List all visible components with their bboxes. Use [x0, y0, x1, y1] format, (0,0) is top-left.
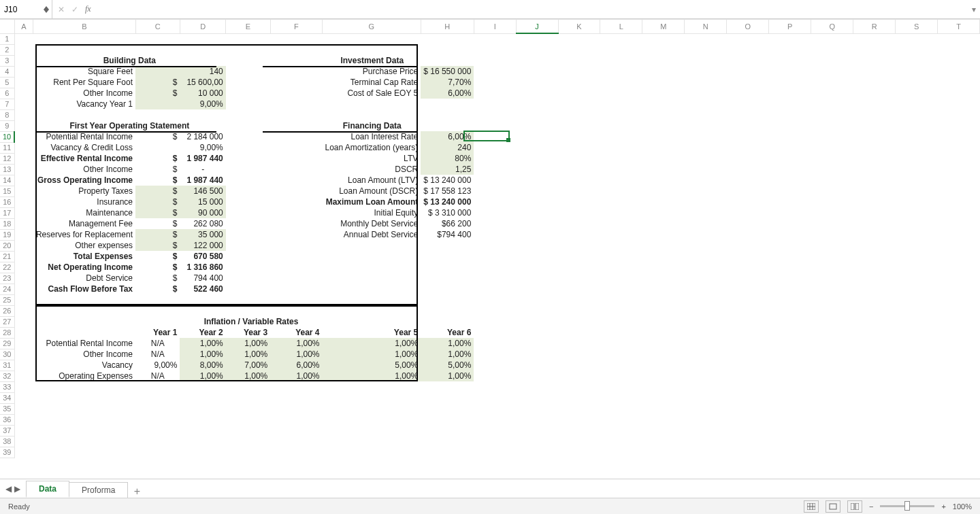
cell-T2[interactable] — [938, 44, 980, 55]
cell-T8[interactable] — [938, 109, 980, 120]
cell-M35[interactable] — [642, 403, 685, 414]
cell-Q11[interactable] — [811, 142, 853, 153]
cell-M19[interactable] — [642, 229, 685, 240]
cell-C36[interactable] — [135, 414, 180, 425]
cell-F20[interactable] — [270, 240, 322, 251]
cell-G11[interactable]: Loan Amortization (years) — [323, 142, 421, 153]
row-header-11[interactable]: 11 — [0, 142, 14, 153]
zoom-in-button[interactable]: + — [941, 502, 945, 511]
cell-L16[interactable] — [600, 196, 642, 207]
cell-D14[interactable]: 1 987 440 — [180, 175, 225, 186]
cell-E34[interactable] — [226, 392, 270, 403]
cell-H10[interactable]: 6,00% — [421, 131, 474, 142]
cell-G2[interactable] — [323, 44, 421, 55]
cell-O30[interactable] — [727, 349, 769, 360]
cell-J30[interactable] — [516, 349, 558, 360]
cell-K32[interactable] — [558, 371, 600, 381]
cell-O20[interactable] — [727, 240, 769, 251]
cell-N9[interactable] — [685, 120, 727, 131]
cell-C6[interactable]: $ — [135, 88, 180, 99]
cell-E31[interactable]: 7,00% — [226, 360, 270, 371]
cell-L12[interactable] — [600, 153, 642, 164]
cell-E10[interactable] — [226, 131, 270, 142]
cell-H31[interactable]: 5,00% — [421, 360, 474, 371]
cell-R33[interactable] — [853, 381, 896, 392]
cell-P17[interactable] — [769, 207, 811, 218]
cell-E4[interactable] — [226, 66, 270, 77]
cell-H4[interactable]: $ 16 550 000 — [421, 66, 474, 77]
cell-I27[interactable] — [474, 316, 516, 327]
cell-N21[interactable] — [685, 251, 727, 262]
cell-S2[interactable] — [896, 44, 938, 55]
cell-F32[interactable]: 1,00% — [270, 371, 322, 381]
cell-D13[interactable]: - — [180, 164, 225, 175]
col-header-Q[interactable]: Q — [811, 20, 853, 33]
cell-R18[interactable] — [853, 218, 896, 229]
cell-E26[interactable] — [226, 305, 270, 316]
cell-D29[interactable]: 1,00% — [180, 338, 225, 349]
cell-S29[interactable] — [896, 338, 938, 349]
cell-C10[interactable]: $ — [135, 131, 180, 142]
cell-A9[interactable] — [14, 120, 33, 131]
cell-Q25[interactable] — [811, 294, 853, 305]
cell-Q29[interactable] — [811, 338, 853, 349]
cell-O28[interactable] — [727, 327, 769, 338]
cell-R15[interactable] — [853, 186, 896, 196]
cell-I38[interactable] — [474, 436, 516, 447]
cell-N3[interactable] — [685, 55, 727, 66]
cell-C12[interactable]: $ — [135, 153, 180, 164]
col-header-O[interactable]: O — [727, 20, 769, 33]
cell-R8[interactable] — [853, 109, 896, 120]
cell-I15[interactable] — [474, 186, 516, 196]
col-header-G[interactable]: G — [323, 20, 421, 33]
cell-A19[interactable] — [14, 229, 33, 240]
cell-G16[interactable]: Maximum Loan Amount — [323, 196, 421, 207]
cell-Q8[interactable] — [811, 109, 853, 120]
cell-H24[interactable] — [421, 284, 474, 294]
cell-F13[interactable] — [270, 164, 322, 175]
cell-O4[interactable] — [727, 66, 769, 77]
cell-J4[interactable] — [516, 66, 558, 77]
col-header-E[interactable]: E — [226, 20, 270, 33]
cell-D2[interactable] — [180, 44, 225, 55]
cell-D39[interactable] — [180, 447, 225, 458]
cell-E14[interactable] — [226, 175, 270, 186]
cell-O6[interactable] — [727, 88, 769, 99]
cell-O16[interactable] — [727, 196, 769, 207]
cell-E18[interactable] — [226, 218, 270, 229]
cell-M11[interactable] — [642, 142, 685, 153]
cell-N2[interactable] — [685, 44, 727, 55]
cell-G23[interactable] — [323, 273, 421, 284]
cell-L17[interactable] — [600, 207, 642, 218]
cell-S16[interactable] — [896, 196, 938, 207]
cell-O36[interactable] — [727, 414, 769, 425]
cell-M32[interactable] — [642, 371, 685, 381]
cell-A18[interactable] — [14, 218, 33, 229]
cell-A16[interactable] — [14, 196, 33, 207]
cell-G33[interactable] — [323, 381, 421, 392]
cell-T16[interactable] — [938, 196, 980, 207]
cell-J1[interactable] — [180, 33, 225, 44]
row-header-8[interactable]: 8 — [0, 109, 14, 120]
cell-C13[interactable]: $ — [135, 164, 180, 175]
cell-Q36[interactable] — [811, 414, 853, 425]
cell-L9[interactable] — [600, 120, 642, 131]
cell-K20[interactable] — [558, 240, 600, 251]
cell-N39[interactable] — [685, 447, 727, 458]
cell-L39[interactable] — [600, 447, 642, 458]
row-header-1[interactable]: 1 — [0, 33, 14, 44]
cell-T33[interactable] — [938, 381, 980, 392]
cell-M28[interactable] — [642, 327, 685, 338]
cell-I10[interactable] — [474, 131, 516, 142]
cell-I24[interactable] — [474, 284, 516, 294]
fx-icon[interactable]: fx — [85, 4, 91, 14]
row-header-27[interactable]: 27 — [0, 316, 14, 327]
cell-D25[interactable] — [180, 294, 225, 305]
cell-M22[interactable] — [642, 262, 685, 273]
cell-K37[interactable] — [558, 425, 600, 436]
cell-E39[interactable] — [226, 447, 270, 458]
cell-K33[interactable] — [558, 381, 600, 392]
cell-S9[interactable] — [896, 120, 938, 131]
cell-Q14[interactable] — [811, 175, 853, 186]
cell-T21[interactable] — [938, 251, 980, 262]
